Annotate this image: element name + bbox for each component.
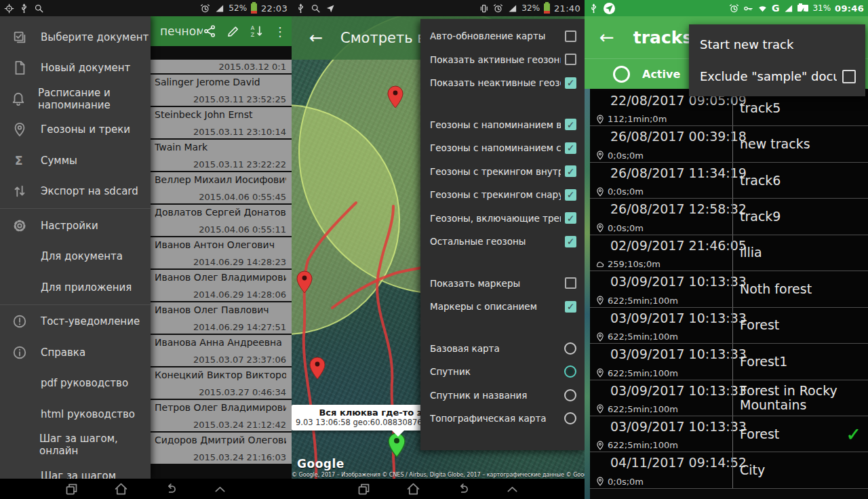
map-menu-radio-item[interactable]: Топографическая карта — [420, 407, 585, 431]
document-row[interactable]: Иванов Олег Владимирович2014.06.29 14:28… — [151, 270, 292, 301]
map-menu-radio-item[interactable]: Базовая карта — [420, 337, 585, 361]
document-row[interactable]: Иванова Анна Андреевна2015.03.07 23:37:0… — [151, 335, 292, 366]
menu-item-label: Геозоны с напоминанием внутри — [430, 119, 561, 130]
home-icon[interactable] — [114, 482, 128, 496]
checkbox-icon[interactable]: ✓ — [565, 236, 576, 247]
document-date: 2014.06.29 14:28:23 — [155, 257, 286, 267]
drawer-item[interactable]: Шаг за шагом — [0, 460, 151, 479]
back-icon[interactable] — [456, 482, 470, 496]
drawer-item[interactable]: Расписание и напоминание — [0, 83, 151, 115]
track-row[interactable]: 03/09/2017 10:13:33 622;5min;100m Noth f… — [590, 271, 868, 307]
map-menu-radio-item[interactable]: Спутник — [420, 360, 585, 384]
checkbox-icon[interactable] — [842, 70, 856, 83]
radio-icon[interactable] — [564, 365, 576, 378]
checkbox-icon[interactable]: ✓ — [565, 119, 576, 130]
search-icon — [34, 3, 44, 14]
map-menu-radio-item[interactable]: Спутник и названия — [420, 384, 585, 407]
track-datetime: 03/09/2017 10:13:33 — [595, 311, 730, 325]
track-row[interactable]: 26/08/2017 00:39:18 0;0s;0m new tracks — [590, 126, 868, 162]
map-menu-checkbox-item[interactable]: Геозоны, включающие трекинг✓ — [420, 207, 585, 231]
document-date: 2015.04.06 0:55:11 — [155, 224, 286, 235]
map-menu-checkbox-item[interactable]: Геозоны с трекингом снаружи✓ — [420, 183, 585, 207]
document-row[interactable]: Сидоров Дмитрий Олегович2015.03.24 21:16… — [151, 433, 292, 464]
map-menu-checkbox-item[interactable]: Авто-обновление карты — [420, 24, 585, 48]
back-icon[interactable]: ← — [309, 28, 323, 47]
document-row[interactable]: Steinbeck John Ernst2015.03.11 23:10:14 — [151, 107, 292, 138]
drawer-item[interactable]: pdf руководство — [0, 368, 151, 399]
checkbox-icon[interactable] — [565, 277, 576, 289]
document-row[interactable]: Петров Олег Владимирович2015.03.24 21:12… — [151, 400, 292, 431]
radio-icon[interactable] — [564, 412, 576, 424]
menu-item-label: Показать неактивные геозоны — [430, 77, 561, 88]
map-menu-checkbox-item[interactable]: Показать неактивные геозоны✓ — [420, 71, 585, 95]
drawer-item[interactable]: Для документа — [0, 241, 151, 273]
track-row[interactable]: 03/09/2017 10:13:33 622;5min;100m Forest… — [590, 416, 868, 452]
track-row[interactable]: 26/08/2017 11:34:19 0;0s;0m track6 — [590, 163, 868, 199]
map-menu-checkbox-item[interactable]: Показать активные геозоны — [420, 48, 585, 72]
document-row[interactable]: Иванов Олег Павлович2014.06.29 14:27:51 — [151, 302, 292, 334]
recents-icon[interactable] — [64, 482, 79, 496]
recents-icon[interactable] — [357, 482, 371, 496]
track-row[interactable]: 03/09/2017 10:13:33 622;5min;100m Forest… — [590, 380, 868, 416]
checkbox-icon[interactable] — [565, 31, 576, 42]
document-row[interactable]: Twain Mark2015.03.11 23:22:22 — [151, 140, 292, 171]
document-row[interactable]: Salinger Jerome David2015.03.11 23:52:25 — [151, 75, 292, 106]
document-row[interactable]: Довлатов Сергей Донатович2015.04.06 0:55… — [151, 205, 292, 236]
overflow-menu-icon[interactable]: ⋮ — [274, 24, 286, 39]
map-menu-checkbox-item[interactable]: Геозоны с трекингом внутри✓ — [420, 160, 585, 184]
radio-icon[interactable] — [564, 389, 576, 401]
sort-az-icon[interactable]: AZ — [250, 24, 264, 39]
map-options-menu: Авто-обновление картыПоказать активные г… — [420, 19, 585, 450]
map-menu-checkbox-item[interactable]: Геозоны с напоминанием внутри✓ — [420, 113, 585, 137]
document-date: 2015.03.24 21:16:03 — [155, 452, 286, 462]
drawer-item[interactable]: Геозоны и треки — [0, 115, 151, 146]
track-row[interactable]: 26/08/2017 12:58:32 0;0s;0m track9 — [590, 199, 868, 235]
drawer-item[interactable]: Настройки — [0, 210, 151, 241]
collapse-icon[interactable] — [213, 482, 227, 496]
drawer-item[interactable]: Справка — [0, 337, 151, 368]
checkbox-icon[interactable]: ✓ — [565, 77, 576, 89]
drawer-item[interactable]: Шаг за шагом, онлайн — [0, 430, 151, 461]
track-row[interactable]: 04/11/2017 09:14:52 0;0s;0m City — [590, 452, 868, 488]
drawer-item[interactable]: ΣСуммы — [0, 145, 151, 176]
track-row[interactable]: 03/09/2017 10:13:33 622;5min;100m Forest… — [590, 344, 868, 380]
alert-icon — [12, 314, 27, 329]
battery-percent: 31% — [812, 3, 831, 13]
drawer-item[interactable]: Новый документ — [0, 53, 151, 84]
checkbox-icon[interactable]: ✓ — [565, 212, 576, 224]
drawer-item[interactable]: Для приложения — [0, 272, 151, 303]
popup-menu-item[interactable]: Exclude "sample" document — [689, 60, 865, 92]
checkbox-icon[interactable]: ✓ — [565, 189, 576, 201]
back-icon[interactable]: ← — [599, 27, 614, 47]
drawer-item[interactable]: Тост-уведомление — [0, 306, 151, 338]
track-row[interactable]: 02/09/2017 21:46:05 259;10s;0m illia — [590, 235, 868, 271]
drawer-item[interactable]: Экспорт на sdcard — [0, 176, 151, 207]
checkbox-icon[interactable]: ✓ — [565, 301, 576, 313]
menu-gap — [420, 254, 585, 272]
checkbox-icon[interactable]: ✓ — [565, 165, 576, 177]
bottom-strip — [585, 489, 868, 499]
document-row[interactable]: 2015.03.12 0:1 — [151, 60, 292, 73]
home-icon[interactable] — [406, 482, 420, 496]
radio-icon[interactable] — [564, 342, 576, 355]
network-type-indicator: G — [772, 3, 780, 14]
track-name: Noth forest — [740, 282, 861, 296]
back-icon[interactable] — [163, 482, 178, 496]
map-menu-checkbox-item[interactable]: Остальные геозоны✓ — [420, 230, 585, 254]
drawer-item[interactable]: html руководство — [0, 399, 151, 430]
popup-menu-item[interactable]: Start new track — [689, 28, 865, 60]
map-view[interactable]: ← Смотреть выбранн Вся клюква где-то зде… — [292, 16, 585, 479]
drawer-item[interactable]: Выберите документ — [0, 22, 151, 53]
map-menu-checkbox-item[interactable]: Маркеры с описанием✓ — [420, 295, 585, 319]
share-icon[interactable] — [203, 24, 216, 39]
document-row[interactable]: Иванов Антон Олегович2014.06.29 14:28:23 — [151, 237, 292, 268]
map-menu-checkbox-item[interactable]: Показать маркеры — [420, 272, 585, 296]
document-row[interactable]: Конецкий Виктор Викторович2015.03.27 0:4… — [151, 367, 292, 399]
document-row[interactable]: Веллер Михаил Иосифович2015.04.06 0:55:4… — [151, 172, 292, 203]
checkbox-icon[interactable] — [565, 54, 576, 65]
checkbox-icon[interactable]: ✓ — [565, 142, 576, 154]
edit-icon[interactable] — [226, 24, 240, 39]
map-menu-checkbox-item[interactable]: Геозоны с напоминанием снаружи✓ — [420, 136, 585, 160]
track-row[interactable]: 03/09/2017 10:13:33 622;5min;100m Forest — [590, 308, 868, 344]
collapse-icon[interactable] — [505, 482, 519, 496]
